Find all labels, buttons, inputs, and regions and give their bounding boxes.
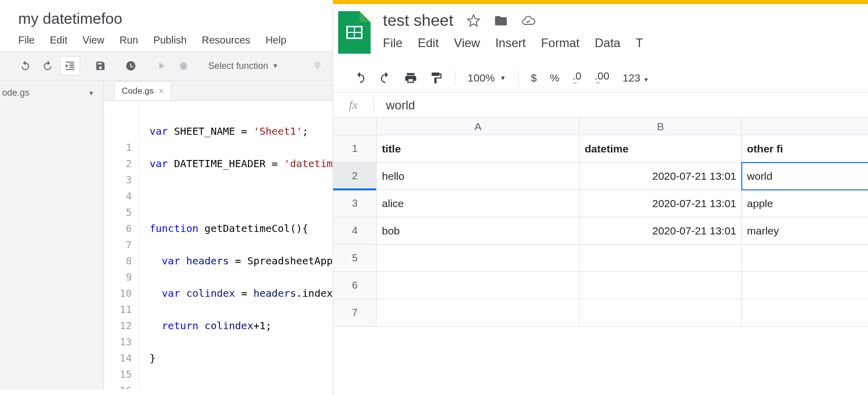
cloud-saved-icon[interactable]: [521, 14, 535, 28]
redo-button[interactable]: [38, 56, 58, 75]
sheets-logo-icon[interactable]: [338, 11, 371, 54]
apps-script-editor: my datetimefoo File Edit View Run Publis…: [0, 0, 333, 395]
menu-t[interactable]: T: [636, 36, 643, 50]
menu-resources[interactable]: Resources: [202, 34, 250, 46]
doc-title[interactable]: test sheet: [383, 11, 453, 30]
row-header[interactable]: 3: [333, 190, 377, 217]
row-header[interactable]: 1: [333, 135, 377, 163]
cell[interactable]: bob: [377, 217, 580, 245]
menu-view[interactable]: View: [83, 34, 104, 46]
currency-button[interactable]: $: [531, 72, 537, 84]
cell[interactable]: [580, 272, 742, 299]
menu-insert[interactable]: Insert: [495, 36, 526, 50]
more-formats-dropdown[interactable]: 123 ▼: [623, 72, 649, 84]
cell[interactable]: alice: [377, 190, 580, 217]
divider: [518, 70, 519, 86]
code-tab-label: Code.gs: [122, 86, 154, 96]
menu-help[interactable]: Help: [266, 34, 286, 46]
formula-input[interactable]: world: [374, 98, 415, 112]
cell[interactable]: [742, 245, 868, 272]
code-area: Code.gs × 12345678910111213141516 var SH…: [104, 81, 333, 389]
print-icon[interactable]: [404, 71, 417, 85]
indent-button[interactable]: [60, 56, 80, 75]
sheets-toolbar: 100% ▼ $ % .0← .00→ 123 ▼: [333, 64, 868, 93]
cell[interactable]: hello: [377, 163, 580, 190]
row-header[interactable]: 7: [333, 299, 377, 327]
increase-decimals-button[interactable]: .00→: [595, 70, 609, 86]
editor-body: ode.gs ▼ Code.gs × 123456789101112131415…: [0, 81, 333, 389]
file-name: ode.gs: [2, 88, 29, 98]
close-icon[interactable]: ×: [159, 86, 164, 96]
sheets-header: test sheet File Edit View Insert Format …: [333, 4, 868, 54]
yellow-bar: [333, 0, 868, 4]
percent-button[interactable]: %: [550, 72, 560, 84]
menu-run[interactable]: Run: [120, 34, 138, 46]
row-header[interactable]: 6: [333, 272, 377, 299]
menu-edit[interactable]: Edit: [418, 36, 439, 50]
project-title[interactable]: my datetimefoo: [0, 0, 333, 31]
row-header[interactable]: 4: [333, 217, 377, 245]
row-header[interactable]: 5: [333, 245, 377, 272]
save-button[interactable]: [90, 56, 111, 75]
debug-button[interactable]: [173, 56, 194, 75]
formula-bar: fx world: [333, 93, 868, 118]
cell[interactable]: [377, 272, 580, 299]
menu-publish[interactable]: Publish: [153, 34, 187, 46]
undo-icon[interactable]: [353, 71, 367, 85]
select-function-dropdown[interactable]: Select function ▼: [201, 57, 286, 75]
editor-menu-bar: File Edit View Run Publish Resources Hel…: [0, 31, 333, 51]
code-tab[interactable]: Code.gs ×: [114, 82, 171, 100]
cell[interactable]: 2020-07-21 13:01: [580, 217, 742, 245]
row-header[interactable]: 2: [333, 163, 377, 190]
cell[interactable]: [742, 299, 868, 327]
divider: [455, 70, 455, 86]
cell[interactable]: 2020-07-21 13:01: [580, 190, 742, 217]
fx-icon[interactable]: fx: [333, 98, 374, 112]
col-header-a[interactable]: A: [377, 118, 580, 135]
code-content[interactable]: var SHEET_NAME = 'Sheet1'; var DATETIME_…: [139, 101, 333, 389]
caret-down-icon: ▼: [272, 62, 278, 69]
cell[interactable]: datetime: [580, 135, 742, 163]
star-icon[interactable]: [466, 14, 481, 28]
spreadsheet-grid[interactable]: A B 1 title datetime other fi 2 hello 20…: [333, 118, 868, 327]
sheets-menu-bar: File Edit View Insert Format Data T: [383, 30, 643, 50]
redo-icon[interactable]: [379, 71, 392, 85]
cell[interactable]: [580, 299, 742, 327]
file-list-sidebar: ode.gs ▼: [0, 81, 104, 389]
cell[interactable]: [377, 299, 580, 327]
zoom-dropdown[interactable]: 100% ▼: [467, 72, 506, 84]
zoom-value: 100%: [467, 72, 495, 84]
menu-edit[interactable]: Edit: [50, 34, 67, 46]
move-icon[interactable]: [494, 14, 508, 28]
code-tabs: Code.gs ×: [104, 81, 333, 101]
line-gutter: 12345678910111213141516: [104, 101, 139, 389]
col-header-c[interactable]: [742, 118, 868, 135]
active-cell[interactable]: world: [742, 163, 868, 190]
select-all-corner[interactable]: [333, 118, 377, 135]
menu-format[interactable]: Format: [541, 36, 580, 50]
cell[interactable]: marley: [742, 217, 868, 245]
cell[interactable]: [742, 272, 868, 299]
editor-toolbar: Select function ▼: [0, 51, 333, 81]
file-item[interactable]: ode.gs ▼: [0, 81, 103, 105]
cell[interactable]: [377, 245, 580, 272]
undo-button[interactable]: [15, 56, 35, 75]
cell[interactable]: other fi: [742, 135, 868, 163]
menu-file[interactable]: File: [383, 36, 403, 50]
code-editor[interactable]: 12345678910111213141516 var SHEET_NAME =…: [104, 101, 333, 389]
lightbulb-icon[interactable]: [307, 56, 328, 75]
col-header-b[interactable]: B: [580, 118, 742, 135]
run-button[interactable]: [151, 56, 171, 75]
cell[interactable]: title: [377, 135, 580, 163]
decrease-decimals-button[interactable]: .0←: [572, 70, 582, 86]
menu-data[interactable]: Data: [595, 36, 621, 50]
cell[interactable]: [580, 245, 742, 272]
caret-down-icon: ▼: [500, 74, 506, 82]
triggers-button[interactable]: [121, 56, 141, 75]
menu-view[interactable]: View: [454, 36, 480, 50]
google-sheets: test sheet File Edit View Insert Format …: [333, 0, 868, 395]
paint-format-icon[interactable]: [429, 71, 443, 85]
cell[interactable]: apple: [742, 190, 868, 217]
menu-file[interactable]: File: [18, 34, 34, 46]
cell[interactable]: 2020-07-21 13:01: [580, 163, 742, 190]
